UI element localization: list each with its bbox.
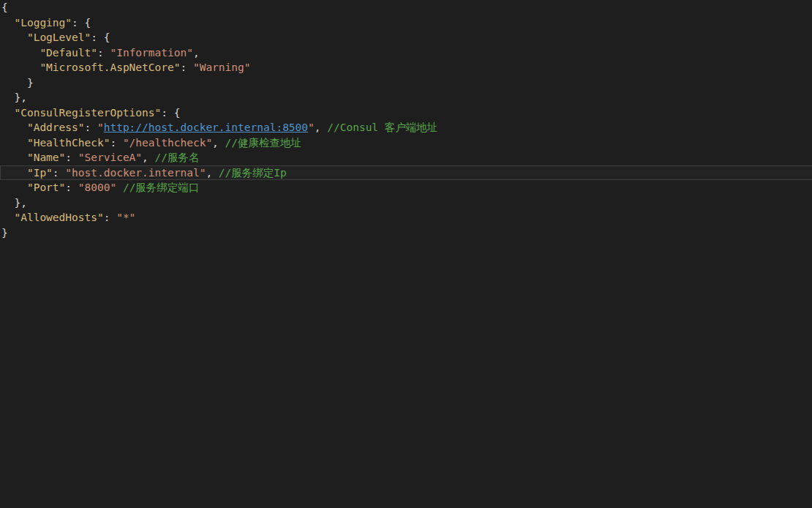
token-punct: , — [315, 122, 327, 133]
code-line[interactable]: "Port": "8000" //服务绑定端口 — [0, 180, 812, 195]
token-punct: : — [53, 167, 65, 179]
token-punct — [1, 122, 27, 133]
token-punct — [1, 212, 14, 223]
token-punct: { — [1, 1, 8, 13]
token-punct: : — [110, 137, 122, 149]
token-punct: : { — [91, 31, 110, 43]
token-punct — [1, 152, 27, 163]
token-punct: : — [85, 122, 97, 133]
code-line[interactable]: } — [0, 225, 812, 241]
token-string: "ServiceA" — [78, 152, 142, 163]
code-line[interactable]: "Default": "Information", — [0, 45, 812, 61]
token-punct — [1, 107, 14, 119]
token-punct: } — [1, 77, 34, 89]
token-comment: //服务绑定Ip — [219, 167, 287, 179]
code-line[interactable]: "ConsulRegisterOptions": { — [0, 105, 812, 121]
token-punct — [1, 137, 27, 149]
code-line[interactable]: "Address": "http://host.docker.internal:… — [0, 120, 812, 135]
token-key: "Name" — [27, 152, 65, 163]
token-punct — [1, 182, 27, 193]
token-punct: : — [65, 182, 78, 193]
token-punct: : — [180, 61, 192, 73]
token-punct: : — [104, 212, 116, 223]
token-key: "LogLevel" — [27, 31, 91, 43]
code-line[interactable]: { — [0, 0, 812, 15]
token-string: "8000" — [78, 182, 116, 193]
token-string: "/healthcheck" — [123, 137, 212, 149]
code-editor[interactable]: { "Logging": { "LogLevel": { "Default": … — [0, 0, 812, 508]
token-key: "Address" — [27, 122, 85, 133]
token-punct: , — [206, 167, 218, 179]
token-punct: , — [212, 137, 225, 149]
code-lines: { "Logging": { "LogLevel": { "Default": … — [0, 0, 812, 240]
code-line[interactable]: "Name": "ServiceA", //服务名 — [0, 150, 812, 165]
token-string: "*" — [116, 212, 135, 223]
code-line[interactable]: }, — [0, 90, 812, 105]
token-punct: : — [65, 152, 78, 163]
token-string: "Warning" — [193, 61, 251, 73]
token-punct — [116, 182, 123, 193]
token-key: "Port" — [27, 182, 65, 193]
code-line[interactable]: "LogLevel": { — [0, 30, 812, 45]
current-line-highlight[interactable]: "Ip": "host.docker.internal", //服务绑定Ip — [0, 165, 812, 181]
code-line[interactable]: "Microsoft.AspNetCore": "Warning" — [0, 60, 812, 75]
token-comment: //服务名 — [155, 152, 200, 163]
token-punct — [1, 61, 40, 73]
token-punct: , — [142, 152, 154, 163]
token-punct: : — [97, 47, 110, 59]
code-line[interactable]: "HealthCheck": "/healthcheck", //健康检查地址 — [0, 135, 812, 151]
token-punct: , — [193, 47, 200, 59]
token-punct: : { — [161, 107, 180, 119]
token-punct: }, — [1, 91, 27, 103]
token-string: "Information" — [110, 47, 193, 59]
token-punct — [1, 31, 27, 43]
token-key: "Logging" — [14, 17, 72, 29]
token-punct: }, — [1, 197, 27, 209]
code-line[interactable]: "AllowedHosts": "*" — [0, 210, 812, 225]
token-key: "Default" — [40, 47, 97, 59]
token-string: " — [308, 122, 315, 133]
token-punct — [1, 47, 40, 59]
token-string: " — [97, 122, 104, 133]
token-key: "Ip" — [27, 167, 53, 179]
token-comment: //服务绑定端口 — [123, 182, 199, 193]
token-comment: //Consul 客户端地址 — [327, 122, 437, 133]
url-link[interactable]: http://host.docker.internal:8500 — [104, 122, 308, 133]
token-punct — [1, 167, 27, 179]
code-line[interactable]: "Logging": { — [0, 15, 812, 31]
token-punct — [1, 17, 14, 29]
token-key: "Microsoft.AspNetCore" — [40, 61, 180, 73]
token-comment: //健康检查地址 — [225, 137, 301, 149]
code-line[interactable]: }, — [0, 195, 812, 211]
token-punct: : { — [72, 17, 91, 29]
token-string: "host.docker.internal" — [65, 167, 206, 179]
token-key: "ConsulRegisterOptions" — [14, 107, 161, 119]
token-punct: } — [1, 227, 8, 239]
code-line[interactable]: } — [0, 75, 812, 91]
token-key: "AllowedHosts" — [14, 212, 103, 223]
token-key: "HealthCheck" — [27, 137, 110, 149]
